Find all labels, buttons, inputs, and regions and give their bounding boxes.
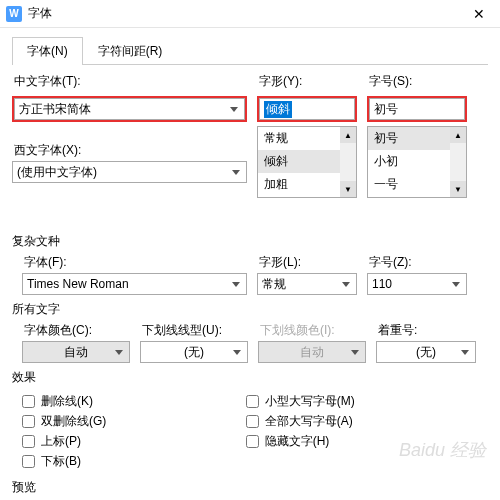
section-complex: 复杂文种 bbox=[12, 233, 488, 250]
size-value: 初号 bbox=[374, 101, 398, 118]
list-item[interactable]: 小初 bbox=[368, 150, 450, 173]
dialog-content: 字体(N) 字符间距(R) 中文字体(T): 字形(Y): 字号(S): 方正书… bbox=[0, 28, 500, 500]
font-color-dropdown[interactable]: 自动 bbox=[22, 341, 130, 363]
label-c-size: 字号(Z): bbox=[367, 254, 467, 271]
cn-font-dropdown[interactable]: 方正书宋简体 bbox=[14, 98, 245, 120]
section-effects: 效果 bbox=[12, 369, 488, 386]
scroll-down-icon[interactable]: ▼ bbox=[340, 181, 356, 197]
c-style-value: 常规 bbox=[262, 276, 286, 293]
size-input[interactable]: 初号 bbox=[369, 98, 465, 120]
underline-dropdown[interactable]: (无) bbox=[140, 341, 248, 363]
section-alltext: 所有文字 bbox=[12, 301, 488, 318]
c-size-value: 110 bbox=[372, 277, 392, 291]
titlebar: W 字体 ✕ bbox=[0, 0, 500, 28]
close-button[interactable]: ✕ bbox=[464, 4, 494, 24]
scroll-track[interactable] bbox=[450, 143, 466, 181]
style-listbox[interactable]: 常规 倾斜 加粗 ▲ ▼ bbox=[257, 126, 357, 198]
ul-color-value: 自动 bbox=[300, 344, 324, 361]
west-font-value: (使用中文字体) bbox=[17, 164, 97, 181]
section-preview: 预览 bbox=[12, 479, 488, 496]
list-item[interactable]: 加粗 bbox=[258, 173, 340, 196]
west-font-dropdown[interactable]: (使用中文字体) bbox=[12, 161, 247, 183]
c-font-dropdown[interactable]: Times New Roman bbox=[22, 273, 247, 295]
label-font-color: 字体颜色(C): bbox=[22, 322, 130, 339]
checkbox-superscript[interactable]: 上标(P) bbox=[22, 433, 246, 450]
label-emphasis: 着重号: bbox=[376, 322, 476, 339]
label-size: 字号(S): bbox=[367, 73, 467, 90]
emphasis-dropdown[interactable]: (无) bbox=[376, 341, 476, 363]
c-font-value: Times New Roman bbox=[27, 277, 129, 291]
checkbox-strike[interactable]: 删除线(K) bbox=[22, 393, 246, 410]
ul-color-dropdown: 自动 bbox=[258, 341, 366, 363]
c-size-dropdown[interactable]: 110 bbox=[367, 273, 467, 295]
app-icon: W bbox=[6, 6, 22, 22]
underline-value: (无) bbox=[184, 344, 204, 361]
scroll-track[interactable] bbox=[340, 143, 356, 181]
style-value: 倾斜 bbox=[264, 101, 292, 118]
effects-group: 删除线(K) 双删除线(G) 上标(P) 下标(B) 小型大写字母(M) 全部大… bbox=[12, 390, 488, 473]
list-item[interactable]: 一号 bbox=[368, 173, 450, 196]
font-color-value: 自动 bbox=[64, 344, 88, 361]
list-item[interactable]: 倾斜 bbox=[258, 150, 340, 173]
style-input[interactable]: 倾斜 bbox=[259, 98, 355, 120]
scrollbar[interactable]: ▲ ▼ bbox=[340, 127, 356, 197]
scrollbar[interactable]: ▲ ▼ bbox=[450, 127, 466, 197]
tab-font[interactable]: 字体(N) bbox=[12, 37, 83, 65]
label-c-style: 字形(L): bbox=[257, 254, 357, 271]
c-style-dropdown[interactable]: 常规 bbox=[257, 273, 357, 295]
label-style: 字形(Y): bbox=[257, 73, 357, 90]
tab-spacing[interactable]: 字符间距(R) bbox=[83, 37, 178, 65]
checkbox-double-strike[interactable]: 双删除线(G) bbox=[22, 413, 246, 430]
size-listbox[interactable]: 初号 小初 一号 ▲ ▼ bbox=[367, 126, 467, 198]
checkbox-hidden[interactable]: 隐藏文字(H) bbox=[246, 433, 470, 450]
label-cn-font: 中文字体(T): bbox=[12, 73, 247, 90]
scroll-up-icon[interactable]: ▲ bbox=[340, 127, 356, 143]
window-title: 字体 bbox=[28, 5, 52, 22]
label-west-font: 西文字体(X): bbox=[12, 142, 247, 159]
label-c-font: 字体(F): bbox=[22, 254, 247, 271]
list-item[interactable]: 常规 bbox=[258, 127, 340, 150]
emphasis-value: (无) bbox=[416, 344, 436, 361]
scroll-down-icon[interactable]: ▼ bbox=[450, 181, 466, 197]
checkbox-subscript[interactable]: 下标(B) bbox=[22, 453, 246, 470]
tabs: 字体(N) 字符间距(R) bbox=[12, 36, 488, 65]
label-ul-color: 下划线颜色(I): bbox=[258, 322, 366, 339]
cn-font-value: 方正书宋简体 bbox=[19, 101, 91, 118]
checkbox-smallcaps[interactable]: 小型大写字母(M) bbox=[246, 393, 470, 410]
list-item[interactable]: 初号 bbox=[368, 127, 450, 150]
scroll-up-icon[interactable]: ▲ bbox=[450, 127, 466, 143]
checkbox-allcaps[interactable]: 全部大写字母(A) bbox=[246, 413, 470, 430]
label-underline: 下划线线型(U): bbox=[140, 322, 248, 339]
